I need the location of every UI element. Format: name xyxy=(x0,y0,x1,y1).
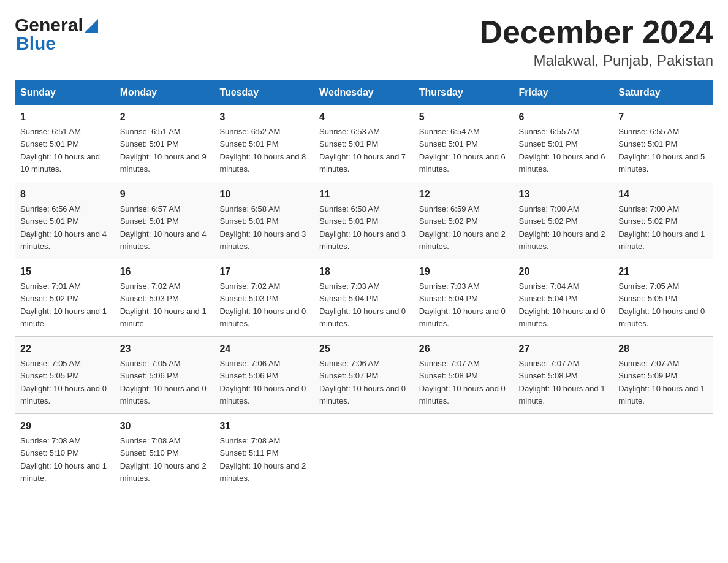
week-row-1: 1Sunrise: 6:51 AMSunset: 5:01 PMDaylight… xyxy=(15,105,713,182)
day-number: 6 xyxy=(519,110,609,124)
calendar-cell: 16Sunrise: 7:02 AMSunset: 5:03 PMDayligh… xyxy=(115,259,214,337)
calendar-cell: 3Sunrise: 6:52 AMSunset: 5:01 PMDaylight… xyxy=(214,105,314,182)
week-row-4: 22Sunrise: 7:05 AMSunset: 5:05 PMDayligh… xyxy=(15,337,713,414)
calendar-cell: 4Sunrise: 6:53 AMSunset: 5:01 PMDaylight… xyxy=(314,105,414,182)
week-row-3: 15Sunrise: 7:01 AMSunset: 5:02 PMDayligh… xyxy=(15,259,713,337)
day-info: Sunrise: 7:05 AMSunset: 5:06 PMDaylight:… xyxy=(120,359,207,405)
logo-icon xyxy=(85,19,98,33)
day-info: Sunrise: 7:08 AMSunset: 5:11 PMDaylight:… xyxy=(219,436,306,483)
day-number: 31 xyxy=(219,419,309,434)
day-info: Sunrise: 6:52 AMSunset: 5:01 PMDaylight:… xyxy=(219,127,306,174)
day-number: 7 xyxy=(618,110,708,124)
calendar-cell: 20Sunrise: 7:04 AMSunset: 5:04 PMDayligh… xyxy=(514,259,613,337)
calendar-cell: 19Sunrise: 7:03 AMSunset: 5:04 PMDayligh… xyxy=(414,259,514,337)
day-number: 22 xyxy=(20,342,110,356)
day-number: 19 xyxy=(419,264,509,279)
day-info: Sunrise: 7:04 AMSunset: 5:04 PMDaylight:… xyxy=(519,282,605,328)
calendar-cell: 15Sunrise: 7:01 AMSunset: 5:02 PMDayligh… xyxy=(15,259,115,337)
day-info: Sunrise: 7:07 AMSunset: 5:09 PMDaylight:… xyxy=(618,359,705,405)
month-title: December 2024 xyxy=(479,15,713,50)
day-info: Sunrise: 7:07 AMSunset: 5:08 PMDaylight:… xyxy=(419,359,506,405)
svg-marker-0 xyxy=(85,19,98,33)
calendar-cell: 31Sunrise: 7:08 AMSunset: 5:11 PMDayligh… xyxy=(214,414,314,491)
calendar-cell: 23Sunrise: 7:05 AMSunset: 5:06 PMDayligh… xyxy=(115,337,214,414)
calendar-cell: 26Sunrise: 7:07 AMSunset: 5:08 PMDayligh… xyxy=(414,337,514,414)
calendar-cell: 9Sunrise: 6:57 AMSunset: 5:01 PMDaylight… xyxy=(115,182,214,259)
day-info: Sunrise: 6:58 AMSunset: 5:01 PMDaylight:… xyxy=(219,204,306,251)
day-info: Sunrise: 6:51 AMSunset: 5:01 PMDaylight:… xyxy=(120,127,207,174)
day-number: 18 xyxy=(319,264,409,279)
calendar-cell: 13Sunrise: 7:00 AMSunset: 5:02 PMDayligh… xyxy=(514,182,613,259)
header-thursday: Thursday xyxy=(414,81,514,105)
day-number: 17 xyxy=(219,264,309,279)
calendar-cell: 7Sunrise: 6:55 AMSunset: 5:01 PMDaylight… xyxy=(613,105,713,182)
day-number: 10 xyxy=(219,187,309,202)
calendar-cell xyxy=(414,414,514,491)
day-info: Sunrise: 6:56 AMSunset: 5:01 PMDaylight:… xyxy=(20,204,107,251)
calendar-cell xyxy=(613,414,713,491)
calendar-cell: 28Sunrise: 7:07 AMSunset: 5:09 PMDayligh… xyxy=(613,337,713,414)
day-number: 14 xyxy=(618,187,708,202)
calendar-cell: 10Sunrise: 6:58 AMSunset: 5:01 PMDayligh… xyxy=(214,182,314,259)
calendar-cell: 21Sunrise: 7:05 AMSunset: 5:05 PMDayligh… xyxy=(613,259,713,337)
day-number: 26 xyxy=(419,342,509,356)
day-number: 25 xyxy=(319,342,409,356)
calendar-cell xyxy=(314,414,414,491)
day-number: 5 xyxy=(419,110,509,124)
day-number: 29 xyxy=(20,419,110,434)
calendar-cell: 30Sunrise: 7:08 AMSunset: 5:10 PMDayligh… xyxy=(115,414,214,491)
day-info: Sunrise: 7:01 AMSunset: 5:02 PMDaylight:… xyxy=(20,282,107,328)
calendar-cell: 8Sunrise: 6:56 AMSunset: 5:01 PMDaylight… xyxy=(15,182,115,259)
day-number: 30 xyxy=(120,419,210,434)
day-info: Sunrise: 6:58 AMSunset: 5:01 PMDaylight:… xyxy=(319,204,406,251)
calendar-cell: 11Sunrise: 6:58 AMSunset: 5:01 PMDayligh… xyxy=(314,182,414,259)
calendar-cell: 24Sunrise: 7:06 AMSunset: 5:06 PMDayligh… xyxy=(214,337,314,414)
day-number: 27 xyxy=(519,342,609,356)
calendar-table: SundayMondayTuesdayWednesdayThursdayFrid… xyxy=(15,80,713,491)
day-info: Sunrise: 7:05 AMSunset: 5:05 PMDaylight:… xyxy=(618,282,705,328)
header-tuesday: Tuesday xyxy=(214,81,314,105)
calendar-cell: 27Sunrise: 7:07 AMSunset: 5:08 PMDayligh… xyxy=(514,337,613,414)
calendar-cell: 2Sunrise: 6:51 AMSunset: 5:01 PMDaylight… xyxy=(115,105,214,182)
title-block: December 2024 Malakwal, Punjab, Pakistan xyxy=(479,15,713,69)
day-info: Sunrise: 7:07 AMSunset: 5:08 PMDaylight:… xyxy=(519,359,605,405)
day-info: Sunrise: 7:08 AMSunset: 5:10 PMDaylight:… xyxy=(120,436,207,483)
week-row-2: 8Sunrise: 6:56 AMSunset: 5:01 PMDaylight… xyxy=(15,182,713,259)
day-info: Sunrise: 7:03 AMSunset: 5:04 PMDaylight:… xyxy=(319,282,406,328)
logo-blue-text: Blue xyxy=(15,33,56,54)
day-number: 23 xyxy=(120,342,210,356)
logo-general-text: General xyxy=(15,15,83,36)
day-number: 20 xyxy=(519,264,609,279)
day-number: 4 xyxy=(319,110,409,124)
calendar-cell: 25Sunrise: 7:06 AMSunset: 5:07 PMDayligh… xyxy=(314,337,414,414)
day-info: Sunrise: 6:55 AMSunset: 5:01 PMDaylight:… xyxy=(618,127,705,174)
day-info: Sunrise: 6:53 AMSunset: 5:01 PMDaylight:… xyxy=(319,127,406,174)
calendar-cell: 6Sunrise: 6:55 AMSunset: 5:01 PMDaylight… xyxy=(514,105,613,182)
page-header: General Blue December 2024 Malakwal, Pun… xyxy=(15,15,713,69)
day-info: Sunrise: 7:06 AMSunset: 5:06 PMDaylight:… xyxy=(219,359,306,405)
day-info: Sunrise: 7:02 AMSunset: 5:03 PMDaylight:… xyxy=(120,282,207,328)
day-number: 2 xyxy=(120,110,210,124)
calendar-cell: 17Sunrise: 7:02 AMSunset: 5:03 PMDayligh… xyxy=(214,259,314,337)
day-info: Sunrise: 6:51 AMSunset: 5:01 PMDaylight:… xyxy=(20,127,100,174)
week-row-5: 29Sunrise: 7:08 AMSunset: 5:10 PMDayligh… xyxy=(15,414,713,491)
header-friday: Friday xyxy=(514,81,613,105)
calendar-cell: 18Sunrise: 7:03 AMSunset: 5:04 PMDayligh… xyxy=(314,259,414,337)
day-info: Sunrise: 7:00 AMSunset: 5:02 PMDaylight:… xyxy=(618,204,705,251)
day-number: 24 xyxy=(219,342,309,356)
day-number: 15 xyxy=(20,264,110,279)
day-info: Sunrise: 7:00 AMSunset: 5:02 PMDaylight:… xyxy=(519,204,605,251)
calendar-header-row: SundayMondayTuesdayWednesdayThursdayFrid… xyxy=(15,81,713,105)
day-number: 16 xyxy=(120,264,210,279)
day-number: 3 xyxy=(219,110,309,124)
day-info: Sunrise: 6:57 AMSunset: 5:01 PMDaylight:… xyxy=(120,204,207,251)
calendar-cell: 14Sunrise: 7:00 AMSunset: 5:02 PMDayligh… xyxy=(613,182,713,259)
calendar-cell xyxy=(514,414,613,491)
day-info: Sunrise: 6:55 AMSunset: 5:01 PMDaylight:… xyxy=(519,127,605,174)
logo: General Blue xyxy=(15,15,98,54)
day-number: 11 xyxy=(319,187,409,202)
day-number: 28 xyxy=(618,342,708,356)
calendar-cell: 12Sunrise: 6:59 AMSunset: 5:02 PMDayligh… xyxy=(414,182,514,259)
day-number: 12 xyxy=(419,187,509,202)
day-info: Sunrise: 6:59 AMSunset: 5:02 PMDaylight:… xyxy=(419,204,506,251)
